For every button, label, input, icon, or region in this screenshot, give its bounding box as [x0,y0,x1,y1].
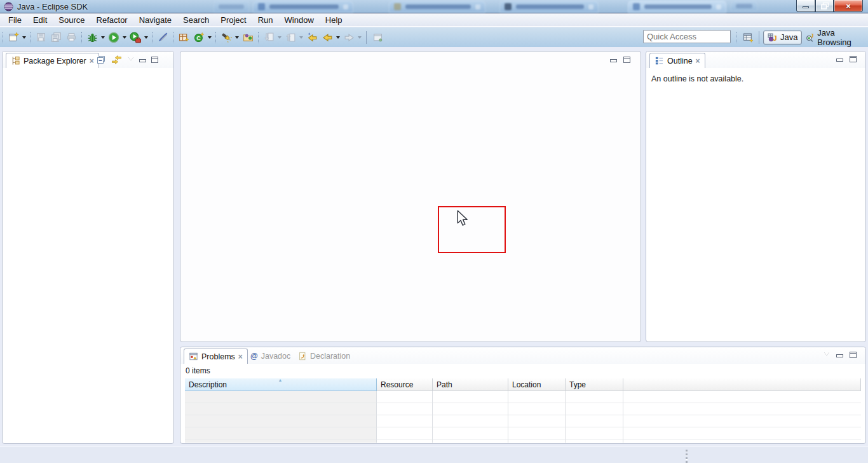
link-with-editor-button[interactable] [111,55,122,65]
sort-ascending-icon: ▲ [278,378,283,382]
minimize-view-icon [836,354,843,357]
view-menu-icon [127,57,134,62]
minimize-window-button[interactable] [796,0,815,12]
toolbar-separator [258,32,259,43]
minimize-view-icon [139,59,146,62]
col-header-filler [623,378,861,391]
new-java-project-button[interactable] [176,30,191,45]
package-explorer-body[interactable] [3,68,173,443]
tab-package-explorer[interactable]: Package Explorer × [6,53,99,68]
forward-dropdown[interactable] [358,36,362,39]
col-header-type[interactable]: Type [566,378,623,391]
java-perspective-icon: J [768,32,778,43]
new-class-button[interactable]: C [191,30,207,45]
next-annotation-button[interactable] [261,30,276,45]
ghost-browser-tab [389,1,485,13]
search-button[interactable] [219,30,234,45]
editor-area[interactable] [180,51,641,342]
close-tab-icon[interactable]: × [90,57,94,65]
tab-javadoc-label: Javadoc [261,352,291,361]
window-controls: × [796,0,863,12]
col-header-path[interactable]: Path [433,378,508,391]
menu-help[interactable]: Help [320,14,348,26]
close-tab-icon[interactable]: × [238,353,243,361]
save-all-button[interactable] [48,30,64,45]
run-external-tools-dropdown[interactable] [144,36,148,39]
view-menu-button[interactable] [823,352,830,357]
maximize-view-icon [850,352,857,358]
search-dropdown[interactable] [235,36,239,39]
back-button[interactable] [320,30,335,45]
close-window-button[interactable]: × [834,0,863,12]
minimize-editor-button[interactable] [610,58,617,62]
mark-occurrences-button[interactable] [155,30,170,45]
quick-access-input[interactable] [643,30,731,43]
open-type-button[interactable] [240,30,255,45]
tab-declaration[interactable]: Declaration [294,349,355,364]
menu-source[interactable]: Source [53,14,90,26]
minimize-view-button[interactable] [139,58,146,62]
package-explorer-view: Package Explorer × [2,51,174,444]
new-class-dropdown[interactable] [208,36,212,39]
debug-dropdown[interactable] [101,36,105,39]
minimize-view-button[interactable] [836,57,843,62]
menu-file[interactable]: File [3,14,27,26]
save-button[interactable] [33,30,48,45]
tab-problems[interactable]: Problems × [184,349,248,364]
new-wizard-dropdown[interactable] [22,36,26,39]
debug-button[interactable] [85,30,100,45]
maximize-view-button[interactable] [850,56,857,62]
maximize-editor-button[interactable] [623,57,630,63]
toolbar-separator [215,32,216,43]
menu-edit[interactable]: Edit [27,14,53,26]
ghost-new-tab-button [731,1,757,11]
new-wizard-button[interactable] [6,30,21,45]
outline-view: Outline × An outline is not available. [646,51,866,342]
print-button[interactable] [64,30,79,45]
menu-search[interactable]: Search [177,14,215,26]
problems-table: ▲ Description Resource Path Location Typ… [185,378,861,443]
open-perspective-button[interactable] [742,30,755,45]
titlebar[interactable]: Java - Eclipse SDK × [0,0,868,13]
menu-run[interactable]: Run [252,14,279,26]
maximize-view-button[interactable] [151,57,158,63]
pin-editor-button[interactable] [370,30,385,45]
col-header-description[interactable]: ▲ Description [185,378,377,391]
run-external-tools-button[interactable] [128,30,143,45]
menu-navigate[interactable]: Navigate [133,14,177,26]
outline-header: Outline × [646,52,865,68]
previous-annotation-dropdown[interactable] [299,36,303,39]
maximize-view-button[interactable] [850,352,857,358]
tab-outline[interactable]: Outline × [649,53,705,68]
perspective-java-browsing-button[interactable]: J Java Browsing [802,27,868,48]
collapse-all-button[interactable] [96,55,106,65]
previous-annotation-button[interactable] [283,30,298,45]
col-header-location[interactable]: Location [508,378,566,391]
view-menu-button[interactable] [127,57,134,62]
perspective-java-button[interactable]: J Java [763,31,802,45]
menu-project[interactable]: Project [215,14,252,26]
save-all-icon [51,32,62,43]
table-row [185,391,861,403]
col-header-resource[interactable]: Resource [377,378,433,391]
close-tab-icon[interactable]: × [696,57,700,65]
last-edit-location-button[interactable] [304,30,320,45]
restore-window-button[interactable] [815,0,834,12]
run-dropdown[interactable] [123,36,126,39]
back-dropdown[interactable] [336,36,340,39]
tab-javadoc[interactable]: @ Javadoc [246,349,295,364]
toolbar-separator [81,32,82,43]
annotation-red-rectangle [438,206,506,253]
next-annotation-dropdown[interactable] [278,36,281,39]
mouse-cursor [456,210,469,230]
forward-button[interactable] [341,30,356,45]
collapse-all-icon [96,55,106,65]
next-annotation-icon [264,32,275,43]
close-icon: × [846,1,851,11]
menu-window[interactable]: Window [279,14,320,26]
menu-refactor[interactable]: Refactor [91,14,133,26]
minimize-view-button[interactable] [836,353,843,357]
java-browsing-perspective-icon: J [806,32,815,43]
run-button[interactable] [106,30,121,45]
maximize-view-icon [151,57,158,63]
